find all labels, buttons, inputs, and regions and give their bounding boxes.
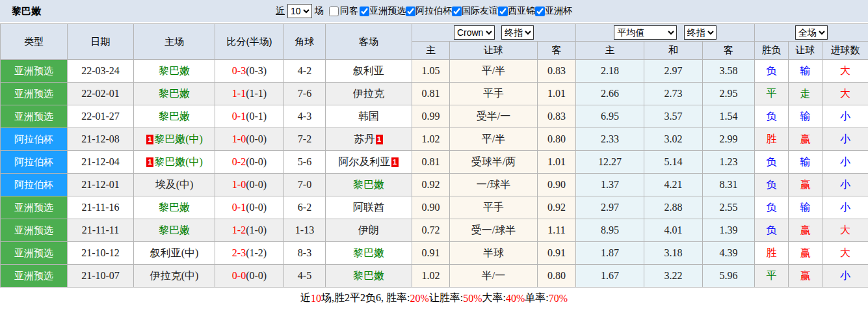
filter-checkbox[interactable] [452,7,462,16]
goals-result-cell: 小 [822,151,868,174]
same-venue-filter[interactable]: 同客 [329,5,358,17]
team-title: 黎巴嫩 [0,5,41,18]
fulltime-score: 1-0 [232,179,246,190]
date-cell: 22-03-24 [68,60,134,83]
filter-league-3[interactable]: 西亚锦 [498,5,535,17]
handicap-away-odds-cell: 0.92 [538,196,576,219]
filter-label: 国际友谊 [462,5,498,17]
recent-link[interactable]: 近 [276,5,285,17]
avg-draw-odds-cell: 4.01 [644,219,703,242]
corner-cell: 8-3 [284,242,326,265]
handicap-away-odds-cell: 0.80 [538,265,576,288]
fulltime-score: 0-1 [232,202,246,213]
red-card-icon: 1 [391,157,399,167]
handicap-away-odds-cell: 1.01 [538,151,576,174]
fulltime-score: 1-0 [232,133,246,144]
scope-select[interactable]: 全场 [795,25,828,40]
handicap-line-cell: 平/半 [450,60,538,83]
corner-cell: 1-13 [284,219,326,242]
avg-draw-odds-cell: 2.97 [644,60,703,83]
filter-league-0[interactable]: 亚洲预选 [360,5,406,17]
result-cell: 负 [755,151,789,174]
avg-draw-odds-cell: 5.14 [644,151,703,174]
odds-source-select[interactable]: Crown [454,25,495,40]
fulltime-score: 0-3 [232,65,246,76]
away-team-name: 苏丹 [354,133,375,144]
col-header-home: 主场 [134,24,215,60]
match-row: 亚洲预选22-02-01黎巴嫩1-1(1-1)7-6伊拉克0.81平手1.012… [1,83,868,105]
score-cell: 0-1(0-0) [215,196,284,219]
sub-header-avg-away: 客 [703,42,755,60]
filter-league-1[interactable]: 阿拉伯杯 [406,5,452,17]
avg-draw-odds-cell: 3.02 [644,128,703,151]
handicap-home-odds-cell: 0.81 [412,151,450,174]
league-type-cell: 亚洲预选 [1,219,68,242]
date-cell: 22-01-27 [68,105,134,128]
same-venue-checkbox[interactable] [329,7,339,16]
handicap-result-cell: 赢 [789,219,822,242]
away-team-name: 韩国 [358,111,379,122]
fulltime-score: 0-0 [232,270,246,281]
filter-league-4[interactable]: 亚洲杯 [535,5,572,17]
away-team-name: 阿联酋 [353,202,384,213]
date-cell: 21-10-12 [68,242,134,265]
filter-checkboxes: 亚洲预选阿拉伯杯国际友谊西亚锦亚洲杯 [360,5,572,17]
result-cell: 负 [755,60,789,83]
odds-time-select[interactable]: 终指 [501,25,534,40]
league-type-cell: 亚洲预选 [1,196,68,219]
home-team-name: 黎巴嫩 [159,65,190,76]
handicap-home-odds-cell: 0.90 [412,196,450,219]
handicap-result-cell: 走 [789,83,822,105]
red-card-icon: 1 [146,157,153,167]
home-team-name: 黎巴嫩 [159,88,190,99]
filter-checkbox[interactable] [406,7,415,16]
average-select[interactable]: 平均值 [614,25,677,40]
handicap-line-cell: 半/一 [450,265,538,288]
avg-draw-odds-cell: 2.88 [644,196,703,219]
halftime-score: (1-2) [246,247,267,258]
sub-header-avg-home: 主 [576,42,644,60]
avg-away-odds-cell: 2.55 [703,196,755,219]
avg-draw-odds-cell: 2.73 [644,83,703,105]
goals-result-cell: 小 [822,174,868,196]
date-cell: 21-10-07 [68,265,134,288]
match-row: 亚洲预选21-11-11黎巴嫩1-2(1-0)1-13伊朗0.72受一/球半1.… [1,219,868,242]
home-team-cell: 叙利亚(中) [134,242,215,265]
halftime-score: (0-1) [246,111,267,122]
avg-home-odds-cell: 8.95 [576,219,644,242]
goals-result-cell: 大 [822,83,868,105]
handicap-line-cell: 一/球半 [450,174,538,196]
avg-away-odds-cell: 2.99 [703,128,755,151]
filter-checkbox[interactable] [360,7,369,16]
league-type-cell: 亚洲预选 [1,105,68,128]
handicap-result-cell: 赢 [789,128,822,151]
result-cell: 负 [755,105,789,128]
filter-checkbox[interactable] [535,7,545,16]
away-team-cell: 苏丹1 [326,128,412,151]
summary-segment: 场,胜2平2负6, 胜率: [321,291,410,305]
col-header-away: 客场 [326,24,412,60]
date-cell: 21-12-04 [68,151,134,174]
handicap-line-cell: 平手 [450,196,538,219]
recent-count-select[interactable]: 10 [287,4,312,18]
handicap-result-cell: 赢 [789,242,822,265]
fulltime-score: 0-1 [232,111,246,122]
halftime-score: (0-0) [246,179,267,190]
league-type-cell: 阿拉伯杯 [1,174,68,196]
home-team-cell: 1黎巴嫩(中) [134,151,215,174]
league-type-cell: 阿拉伯杯 [1,128,68,151]
league-type-cell: 亚洲预选 [1,60,68,83]
score-cell: 0-0(0-0) [215,265,284,288]
summary-segment: 20% [410,293,428,304]
filter-checkbox[interactable] [498,7,508,16]
handicap-away-odds-cell: 0.91 [538,242,576,265]
score-cell: 1-0(0-0) [215,128,284,151]
filter-league-2[interactable]: 国际友谊 [452,5,498,17]
handicap-home-odds-cell: 0.92 [412,174,450,196]
away-team-cell: 伊朗 [326,219,412,242]
average-time-select[interactable]: 终指 [684,25,717,40]
corner-cell: 5-6 [284,151,326,174]
home-team-name: 黎巴嫩(中) [154,133,203,144]
away-team-cell: 黎巴嫩 [326,174,412,196]
red-card-icon: 1 [376,135,383,144]
